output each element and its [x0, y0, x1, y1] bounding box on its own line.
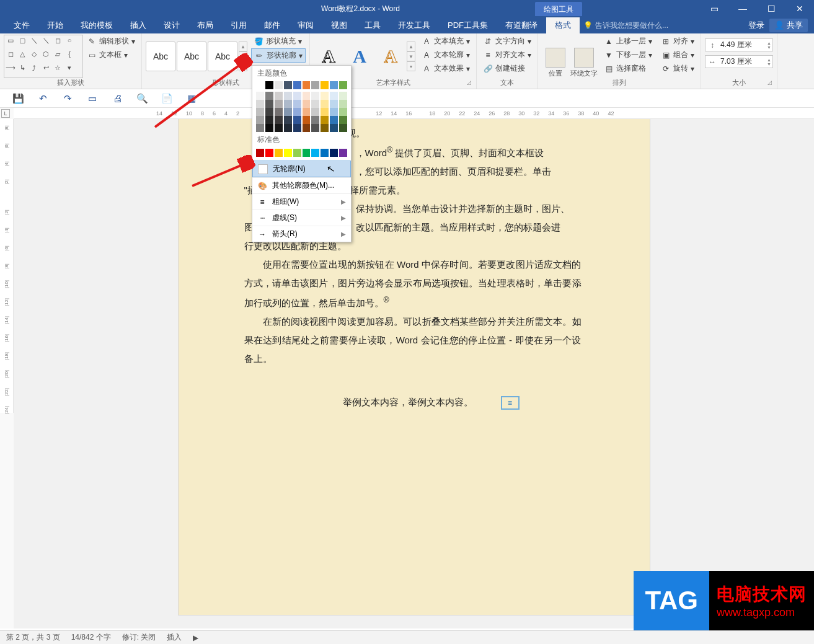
color-swatch[interactable] [284, 100, 292, 108]
send-backward-button[interactable]: ▼下移一层 ▾ [601, 48, 655, 61]
color-swatch[interactable] [311, 100, 319, 108]
tab-layout[interactable]: 布局 [188, 17, 222, 33]
tab-developer[interactable]: 开发工具 [389, 17, 439, 33]
color-swatch[interactable] [321, 81, 329, 89]
tab-tools[interactable]: 工具 [356, 17, 389, 33]
selection-pane-button[interactable]: ▤选择窗格 [601, 62, 655, 75]
gallery-nav[interactable]: ▲▼▾ [407, 42, 415, 71]
color-swatch[interactable] [265, 116, 273, 124]
height-input[interactable]: ↕ 4.49 厘米 ▲▼ [705, 38, 773, 51]
color-swatch[interactable] [293, 124, 301, 132]
color-swatch[interactable] [265, 149, 273, 157]
color-swatch[interactable] [284, 116, 292, 124]
color-swatch[interactable] [265, 108, 273, 116]
color-swatch[interactable] [275, 116, 283, 124]
login-link[interactable]: 登录 [748, 20, 764, 31]
group-button[interactable]: ▣组合 ▾ [658, 48, 697, 61]
width-input[interactable]: ↔ 7.03 厘米 ▲▼ [705, 55, 773, 68]
color-swatch[interactable] [311, 92, 319, 100]
color-swatch[interactable] [284, 108, 292, 116]
bring-forward-button[interactable]: ▲上移一层 ▾ [601, 35, 655, 48]
color-swatch[interactable] [330, 116, 338, 124]
tab-insert[interactable]: 插入 [122, 17, 155, 33]
color-swatch[interactable] [256, 100, 264, 108]
color-swatch[interactable] [321, 124, 329, 132]
style-preset[interactable]: Abc [177, 42, 206, 71]
edit-shape-button[interactable]: ✎编辑形状 ▾ [84, 35, 138, 48]
color-swatch[interactable] [303, 149, 311, 157]
color-swatch[interactable] [303, 92, 311, 100]
shape-outline-button[interactable]: ✏形状轮廓 ▾ [251, 48, 306, 63]
color-swatch[interactable] [311, 149, 319, 157]
qat-icon[interactable]: ▦ [185, 92, 198, 105]
position-button[interactable]: 位置 [542, 35, 569, 78]
wrap-text-button[interactable]: 环绕文字 [570, 35, 598, 78]
document-page[interactable]: 索最适合您文档的外观。 ，Word® 提供了页眉、页脚、封面和文本框设 ，您可以… [179, 119, 650, 615]
page-status[interactable]: 第 2 页，共 3 页 [6, 632, 60, 643]
text-outline-button[interactable]: A文本轮廓 ▾ [419, 48, 472, 61]
gallery-nav[interactable]: ▲▼▾ [239, 42, 247, 71]
track-changes-status[interactable]: 修订: 关闭 [122, 632, 156, 643]
text-direction-button[interactable]: ⇵文字方向 ▾ [480, 35, 534, 48]
layout-options-icon[interactable]: ≡ [501, 396, 520, 410]
color-swatch[interactable] [339, 108, 347, 116]
color-swatch[interactable] [284, 81, 292, 89]
color-swatch[interactable] [321, 100, 329, 108]
vertical-ruler[interactable]: |8||6||4||2||2||4||6||8||10||12||14||16|… [0, 119, 14, 413]
tab-pdf[interactable]: PDF工具集 [439, 17, 497, 33]
color-swatch[interactable] [293, 149, 301, 157]
tab-home[interactable]: 开始 [38, 17, 72, 33]
minimize-icon[interactable]: — [728, 0, 757, 17]
word-count[interactable]: 14/842 个字 [71, 632, 111, 643]
color-swatch[interactable] [293, 92, 301, 100]
color-swatch[interactable] [293, 116, 301, 124]
color-swatch[interactable] [321, 108, 329, 116]
qat-icon[interactable]: 🔍 [135, 92, 149, 105]
color-swatch[interactable] [303, 116, 311, 124]
color-swatch[interactable] [321, 116, 329, 124]
tell-me-search[interactable]: 💡 告诉我您想要做什么... [583, 20, 668, 31]
color-swatch[interactable] [339, 149, 347, 157]
ribbon-options-icon[interactable]: ▭ [700, 0, 728, 17]
color-swatch[interactable] [256, 149, 264, 157]
color-swatch[interactable] [303, 100, 311, 108]
text-box-button[interactable]: ▭文本框 ▾ [84, 48, 138, 61]
color-swatch[interactable] [339, 124, 347, 132]
qat-icon[interactable]: 📄 [160, 92, 174, 105]
tab-file[interactable]: 文件 [5, 17, 38, 33]
spinner-icon[interactable]: ▲▼ [767, 58, 771, 66]
color-swatch[interactable] [311, 81, 319, 89]
color-swatch[interactable] [284, 92, 292, 100]
color-swatch[interactable] [256, 124, 264, 132]
contextual-tab-drawing[interactable]: 绘图工具 [535, 2, 582, 16]
text-effects-button[interactable]: A文本效果 ▾ [419, 62, 472, 75]
color-swatch[interactable] [339, 116, 347, 124]
color-swatch[interactable] [339, 92, 347, 100]
tab-my-templates[interactable]: 我的模板 [72, 17, 122, 33]
color-swatch[interactable] [265, 81, 273, 89]
close-icon[interactable]: ✕ [785, 0, 814, 17]
color-swatch[interactable] [284, 149, 292, 157]
shape-style-gallery[interactable]: Abc Abc Abc ▲▼▾ [146, 35, 247, 78]
tab-format[interactable]: 格式 [546, 17, 580, 33]
color-swatch[interactable] [275, 124, 283, 132]
color-swatch[interactable] [265, 100, 273, 108]
tab-selector[interactable]: L [1, 109, 10, 118]
create-link-button[interactable]: 🔗创建链接 [480, 62, 534, 75]
tab-view[interactable]: 视图 [322, 17, 356, 33]
color-swatch[interactable] [303, 124, 311, 132]
macro-icon[interactable]: ▶ [193, 633, 198, 642]
color-swatch[interactable] [275, 149, 283, 157]
color-swatch[interactable] [311, 124, 319, 132]
rotate-button[interactable]: ⟳旋转 ▾ [658, 62, 697, 75]
style-preset[interactable]: Abc [146, 42, 175, 71]
qat-icon[interactable]: 🖨 [110, 92, 124, 105]
color-swatch[interactable] [339, 81, 347, 89]
color-swatch[interactable] [293, 81, 301, 89]
dialog-launcher-icon[interactable]: ◿ [467, 79, 474, 87]
color-swatch[interactable] [293, 100, 301, 108]
color-swatch[interactable] [330, 124, 338, 132]
color-swatch[interactable] [339, 100, 347, 108]
color-swatch[interactable] [275, 108, 283, 116]
color-swatch[interactable] [275, 100, 283, 108]
